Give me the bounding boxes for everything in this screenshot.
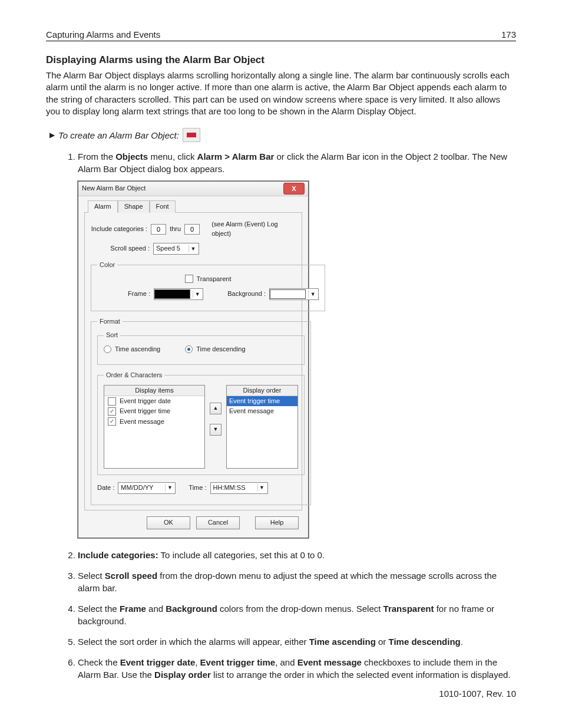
- date-format-label: Date :: [97, 483, 114, 492]
- frame-label: Frame :: [97, 289, 150, 298]
- chevron-down-icon: ▼: [257, 484, 266, 492]
- display-order-listbox[interactable]: Display order Event trigger time Event m…: [226, 385, 298, 469]
- sort-row: Time ascending Time descending: [104, 345, 298, 354]
- scroll-speed-dropdown[interactable]: Speed 5 ▼: [153, 243, 199, 255]
- tab-strip: Alarm Shape Font: [84, 200, 302, 213]
- intro-paragraph: The Alarm Bar Object displays alarms scr…: [46, 70, 516, 117]
- include-from-input[interactable]: [151, 224, 166, 235]
- document-page: Capturing Alarms and Events 173 Displayi…: [0, 0, 562, 728]
- help-button[interactable]: Help: [255, 516, 299, 529]
- time-format-label: Time :: [189, 483, 206, 492]
- background-color-swatch: [270, 289, 306, 299]
- task-label: To create an Alarm Bar Object:: [58, 130, 179, 140]
- sort-ascending-radio[interactable]: [104, 345, 111, 353]
- frame-color-dropdown[interactable]: ▼: [154, 288, 203, 300]
- dialog-body: Alarm Shape Font Include categories : th…: [78, 196, 308, 538]
- include-to-input[interactable]: [184, 224, 200, 235]
- color-legend: Color: [97, 261, 117, 269]
- step-5: Select the sort order in which the alarm…: [78, 635, 516, 648]
- item-event-message[interactable]: ✓ Event message: [104, 417, 204, 427]
- task-heading: ▶ To create an Alarm Bar Object:: [49, 128, 516, 142]
- frame-color-swatch: [154, 289, 190, 299]
- order-layout: Display items Event trigger date ✓ Event…: [104, 385, 298, 469]
- step-6: Check the Event trigger date, Event trig…: [78, 656, 516, 681]
- chevron-down-icon: ▼: [193, 291, 201, 298]
- sort-descending-label: Time descending: [196, 345, 245, 354]
- document-id-footer: 1010-1007, Rev. 10: [439, 689, 516, 699]
- step-1: From the Objects menu, click Alarm > Ala…: [78, 150, 516, 538]
- date-format-dropdown[interactable]: MM/DD/YY ▼: [118, 482, 176, 494]
- dialog-title: New Alarm Bar Object: [82, 184, 283, 193]
- order-characters-group: Order & Characters Display items Event t…: [97, 371, 305, 475]
- scroll-speed-label: Scroll speed :: [91, 244, 150, 253]
- item-event-trigger-time[interactable]: ✓ Event trigger time: [104, 406, 204, 416]
- sort-ascending-label: Time ascending: [115, 345, 160, 354]
- display-items-listbox[interactable]: Display items Event trigger date ✓ Event…: [104, 385, 205, 469]
- step-2: Include categories: To include all categ…: [78, 549, 516, 561]
- cancel-button[interactable]: Cancel: [196, 516, 240, 529]
- ok-button[interactable]: OK: [147, 516, 190, 529]
- background-color-dropdown[interactable]: ▼: [269, 288, 319, 300]
- frame-bg-row: Frame : ▼ Background : ▼: [97, 288, 319, 300]
- section-heading: Displaying Alarms using the Alarm Bar Ob…: [46, 54, 516, 66]
- format-legend: Format: [97, 317, 123, 326]
- alarm-bar-icon: [183, 128, 200, 142]
- step-3: Select Scroll speed from the drop-down m…: [78, 569, 516, 594]
- chevron-down-icon: ▼: [308, 291, 317, 298]
- steps-list: From the Objects menu, click Alarm > Ala…: [64, 150, 516, 681]
- transparent-label: Transparent: [197, 275, 232, 284]
- dialog-button-row: OK Cancel Help: [84, 510, 302, 532]
- date-time-format-row: Date : MM/DD/YY ▼ Time : HH:MM:SS ▼: [97, 482, 305, 494]
- date-checkbox[interactable]: [108, 397, 116, 406]
- sort-group: Sort Time ascending Time descending: [97, 331, 305, 365]
- background-label: Background :: [219, 289, 266, 298]
- sort-legend: Sort: [104, 331, 120, 340]
- order-characters-legend: Order & Characters: [104, 371, 164, 380]
- scroll-speed-row: Scroll speed : Speed 5 ▼: [91, 243, 296, 255]
- close-button[interactable]: X: [283, 183, 305, 195]
- thru-label: thru: [170, 225, 181, 233]
- step-4: Select the Frame and Background colors f…: [78, 602, 516, 627]
- transparent-row: Transparent: [97, 275, 319, 284]
- include-categories-row: Include categories : thru (see Alarm (Ev…: [91, 220, 296, 238]
- format-group: Format Sort Time ascending Time descendi…: [91, 317, 311, 505]
- chapter-title: Capturing Alarms and Events: [46, 29, 160, 39]
- tab-alarm[interactable]: Alarm: [88, 200, 118, 213]
- new-alarm-bar-dialog: New Alarm Bar Object X Alarm Shape Font …: [78, 181, 309, 538]
- message-checkbox[interactable]: ✓: [108, 417, 116, 426]
- sort-descending-radio[interactable]: [185, 345, 193, 353]
- move-up-button[interactable]: ▲: [210, 403, 222, 414]
- reorder-buttons: ▲ ▼: [210, 403, 222, 436]
- dialog-titlebar: New Alarm Bar Object X: [78, 182, 308, 196]
- color-group: Color Transparent Frame : ▼: [91, 261, 325, 311]
- time-format-dropdown[interactable]: HH:MM:SS ▼: [210, 482, 268, 494]
- display-items-header: Display items: [104, 386, 204, 396]
- item-event-trigger-date[interactable]: Event trigger date: [104, 396, 204, 406]
- transparent-checkbox[interactable]: [185, 275, 193, 283]
- chevron-down-icon: ▼: [165, 484, 174, 492]
- tab-shape[interactable]: Shape: [118, 200, 150, 213]
- chevron-down-icon: ▼: [189, 245, 197, 253]
- display-order-header: Display order: [227, 386, 297, 396]
- order-item-message[interactable]: Event message: [227, 406, 297, 416]
- tab-alarm-page: Include categories : thru (see Alarm (Ev…: [84, 213, 302, 510]
- tab-font[interactable]: Font: [150, 200, 176, 213]
- running-header: Capturing Alarms and Events 173: [46, 29, 516, 41]
- include-hint: (see Alarm (Event) Log object): [211, 220, 296, 238]
- arrow-icon: ▶: [49, 131, 55, 139]
- include-categories-label: Include categories :: [91, 225, 147, 233]
- order-item-time[interactable]: Event trigger time: [227, 396, 297, 406]
- move-down-button[interactable]: ▼: [210, 424, 222, 436]
- time-checkbox[interactable]: ✓: [108, 407, 116, 416]
- page-number: 173: [501, 29, 516, 39]
